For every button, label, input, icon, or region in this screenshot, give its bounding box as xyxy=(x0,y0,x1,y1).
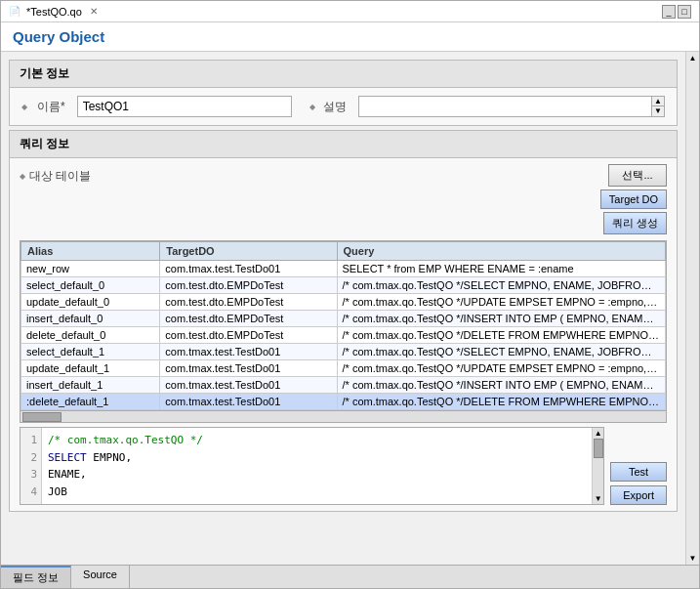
code-content: /* com.tmax.qo.TestQO */ SELECT EMPNO, E… xyxy=(42,428,592,504)
maximize-button[interactable]: □ xyxy=(678,5,691,19)
col-targetdo: TargetDO xyxy=(160,242,337,261)
export-button[interactable]: Export xyxy=(610,485,667,505)
col-alias: Alias xyxy=(21,242,160,261)
code-scroll-down[interactable]: ▼ xyxy=(593,493,603,504)
cell-alias: select_default_1 xyxy=(21,344,160,360)
cell-alias: select_default_0 xyxy=(21,277,160,294)
main-scroll-up[interactable]: ▲ xyxy=(686,52,699,64)
table-row[interactable]: update_default_1com.tmax.test.TestDo01/*… xyxy=(21,360,666,377)
name-input[interactable] xyxy=(77,96,292,117)
window-controls: _ □ xyxy=(662,5,691,19)
cell-query: /* com.tmax.qo.TestQO */SELECT EMPNO, EN… xyxy=(337,277,665,294)
target-table-label: 대상 테이블 xyxy=(29,168,91,185)
code-line-3: ENAME, xyxy=(48,466,586,484)
query-top-row: ◆ 대상 테이블 선택... Target DO 쿼리 생성 xyxy=(20,164,667,234)
cell-query: /* com.tmax.qo.TestQO */SELECT EMPNO, EN… xyxy=(337,344,665,360)
desc-scroll-down[interactable]: ▼ xyxy=(652,106,664,116)
table-row[interactable]: insert_default_0com.test.dto.EMPDoTest/*… xyxy=(21,311,666,327)
target-do-button[interactable]: Target DO xyxy=(600,189,667,209)
main-window: 📄 *TestQO.qo ✕ _ □ Query Object 기본 정보 ◆ … xyxy=(0,0,700,589)
cell-query: /* com.tmax.qo.TestQO */DELETE FROM EMPW… xyxy=(337,327,665,344)
cell-targetdo: com.tmax.test.TestDo01 xyxy=(160,360,337,377)
cell-query: /* com.tmax.qo.TestQO */UPDATE EMPSET EM… xyxy=(337,294,665,311)
query-info-title: 쿼리 정보 xyxy=(10,131,677,158)
code-line-2: SELECT EMPNO, xyxy=(48,449,586,467)
cell-targetdo: com.tmax.test.TestDo01 xyxy=(160,394,337,410)
cell-query: SELECT * from EMP WHERE ENAME = :ename xyxy=(337,261,665,277)
name-bullet: ◆ xyxy=(21,103,27,111)
cell-alias: new_row xyxy=(21,261,160,277)
select-button[interactable]: 선택... xyxy=(608,164,667,187)
cell-targetdo: com.tmax.test.TestDo01 xyxy=(160,377,337,394)
code-line-1: /* com.tmax.qo.TestQO */ xyxy=(48,432,586,449)
main-scroll-down[interactable]: ▼ xyxy=(686,552,699,565)
cell-alias: :delete_default_1 xyxy=(21,394,160,410)
query-info-body: ◆ 대상 테이블 선택... Target DO 쿼리 생성 xyxy=(10,158,677,511)
desc-wrapper: ▲ ▼ xyxy=(358,96,665,117)
table-row[interactable]: insert_default_1com.tmax.test.TestDo01/*… xyxy=(21,377,666,394)
name-label: 이름* xyxy=(37,99,65,115)
code-buttons: Test Export xyxy=(610,427,667,505)
code-scroll-track xyxy=(593,439,603,493)
code-vscrollbar[interactable]: ▲ ▼ xyxy=(592,428,603,504)
tab-field-info[interactable]: 필드 정보 xyxy=(1,566,71,588)
cell-query: /* com.tmax.qo.TestQO */INSERT INTO EMP … xyxy=(337,377,665,394)
desc-bullet: ◆ xyxy=(309,103,315,111)
main-scroll-track xyxy=(686,64,699,552)
right-buttons: 선택... Target DO 쿼리 생성 xyxy=(600,164,667,234)
cell-targetdo: com.test.dto.EMPDoTest xyxy=(160,311,337,327)
tab-source[interactable]: Source xyxy=(71,566,130,588)
target-table-row: ◆ 대상 테이블 xyxy=(20,164,600,185)
generate-query-button[interactable]: 쿼리 생성 xyxy=(603,212,667,234)
code-line-4: JOB xyxy=(48,484,586,501)
code-section: 1234 /* com.tmax.qo.TestQO */ SELECT EMP… xyxy=(20,427,667,505)
code-scroll-thumb xyxy=(594,439,603,458)
cell-alias: insert_default_1 xyxy=(21,377,160,394)
cell-query: /* com.tmax.qo.TestQO */DELETE FROM EMPW… xyxy=(337,394,665,410)
code-scroll-up[interactable]: ▲ xyxy=(593,428,603,439)
cell-query: /* com.tmax.qo.TestQO */INSERT INTO EMP … xyxy=(337,311,665,327)
desc-scroll-controls: ▲ ▼ xyxy=(652,96,665,117)
query-table-wrapper[interactable]: Alias TargetDO Query new_rowcom.tmax.tes… xyxy=(20,240,667,411)
cell-targetdo: com.test.dto.EMPDoTest xyxy=(160,277,337,294)
main-vscrollbar[interactable]: ▲ ▼ xyxy=(685,52,699,565)
tab-close[interactable]: ✕ xyxy=(90,6,98,17)
table-row[interactable]: select_default_1com.tmax.test.TestDo01/*… xyxy=(21,344,666,360)
desc-label: 설명 xyxy=(323,99,347,115)
tab-icon: 📄 xyxy=(9,6,21,17)
test-button[interactable]: Test xyxy=(610,462,667,482)
cell-targetdo: com.test.dto.EMPDoTest xyxy=(160,327,337,344)
cell-alias: update_default_1 xyxy=(21,360,160,377)
cell-targetdo: com.tmax.test.TestDo01 xyxy=(160,344,337,360)
desc-input[interactable] xyxy=(358,96,652,117)
table-row[interactable]: delete_default_0com.test.dto.EMPDoTest/*… xyxy=(21,327,666,344)
minimize-button[interactable]: _ xyxy=(662,5,676,19)
code-area-container: 1234 /* com.tmax.qo.TestQO */ SELECT EMP… xyxy=(20,427,604,505)
table-row[interactable]: new_rowcom.tmax.test.TestDo01SELECT * fr… xyxy=(21,261,666,277)
cell-targetdo: com.tmax.test.TestDo01 xyxy=(160,261,337,277)
h-scrollbar[interactable] xyxy=(20,411,667,423)
cell-alias: insert_default_0 xyxy=(21,311,160,327)
cell-query: /* com.tmax.qo.TestQO */UPDATE EMPSET EM… xyxy=(337,360,665,377)
basic-info-section: 기본 정보 ◆ 이름* ◆ 설명 ▲ ▼ xyxy=(9,60,678,126)
cell-targetdo: com.test.dto.EMPDoTest xyxy=(160,294,337,311)
col-query: Query xyxy=(337,242,665,261)
page-title: Query Object xyxy=(13,28,104,45)
cell-alias: delete_default_0 xyxy=(21,327,160,344)
footer-tabs: 필드 정보 Source xyxy=(1,565,699,588)
basic-info-title: 기본 정보 xyxy=(10,61,677,88)
table-row[interactable]: update_default_0com.test.dto.EMPDoTest/*… xyxy=(21,294,666,311)
query-table: Alias TargetDO Query new_rowcom.tmax.tes… xyxy=(21,241,666,410)
table-row[interactable]: select_default_0com.test.dto.EMPDoTest/*… xyxy=(21,277,666,294)
table-row[interactable]: :delete_default_1com.tmax.test.TestDo01/… xyxy=(21,394,666,410)
target-bullet: ◆ xyxy=(20,172,25,181)
desc-scroll-up[interactable]: ▲ xyxy=(652,97,664,106)
line-numbers: 1234 xyxy=(21,428,42,504)
h-scrollbar-thumb xyxy=(22,412,62,422)
query-info-section: 쿼리 정보 ◆ 대상 테이블 선택... Target DO 쿼리 생성 xyxy=(9,130,678,512)
basic-info-form: ◆ 이름* ◆ 설명 ▲ ▼ xyxy=(10,88,677,125)
title-bar: 📄 *TestQO.qo ✕ _ □ xyxy=(1,1,699,22)
tab-title: *TestQO.qo xyxy=(26,6,82,18)
cell-alias: update_default_0 xyxy=(21,294,160,311)
